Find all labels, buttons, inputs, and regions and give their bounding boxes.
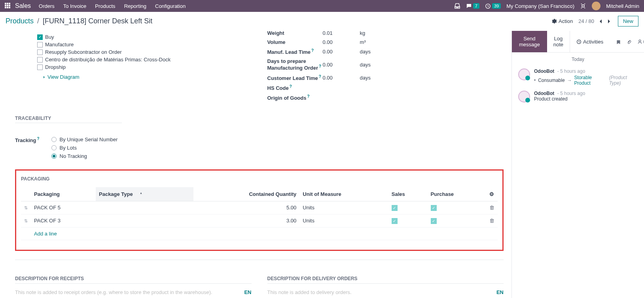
main-form: ✓Buy Manufacture Resupply Subcontractor … bbox=[0, 31, 511, 298]
new-button[interactable]: New bbox=[618, 16, 638, 27]
log-author[interactable]: OdooBot bbox=[534, 68, 554, 74]
traceability-title: TRACEABILITY bbox=[15, 116, 122, 123]
col-qty[interactable]: Contained Quantity bbox=[193, 187, 300, 201]
send-message-button[interactable]: Send message bbox=[512, 31, 547, 52]
user-name[interactable]: Mitchell Admin bbox=[606, 3, 639, 9]
svg-point-3 bbox=[639, 40, 641, 42]
table-row[interactable]: ⇅ PACK OF 3 3.00 Units ✓ ✓ 🗑 bbox=[21, 214, 498, 227]
chatter-panel: Send message Log note Activities 0 Follo… bbox=[511, 31, 644, 298]
packaging-section: PACKAGING Packaging Package Type˄ Contai… bbox=[15, 169, 504, 251]
pkg-uom: Units bbox=[299, 201, 388, 214]
volume-unit: m³ bbox=[360, 39, 366, 45]
menu-products[interactable]: Products bbox=[95, 3, 115, 9]
sales-checkbox[interactable]: ✓ bbox=[392, 218, 398, 224]
tracking-lots-label: By Lots bbox=[60, 145, 77, 151]
action-menu[interactable]: Action bbox=[552, 18, 573, 24]
weight-label: Weight bbox=[267, 31, 323, 36]
drag-handle-icon[interactable]: ⇅ bbox=[24, 205, 28, 210]
delete-row-icon[interactable]: 🗑 bbox=[489, 218, 494, 224]
pkg-qty[interactable]: 3.00 bbox=[193, 214, 300, 227]
pkg-name[interactable]: PACK OF 5 bbox=[31, 201, 96, 214]
days-prepare-label: Days to prepare Manufacturing Order? bbox=[267, 58, 323, 71]
main-menu: Orders To Invoice Products Reporting Con… bbox=[39, 3, 186, 9]
messages-badge: 7 bbox=[473, 3, 479, 9]
top-navbar: Sales Orders To Invoice Products Reporti… bbox=[0, 0, 644, 12]
log-time: - 5 hours ago bbox=[556, 91, 585, 96]
tray-icon[interactable] bbox=[454, 3, 460, 9]
delete-row-icon[interactable]: 🗑 bbox=[489, 205, 494, 211]
app-brand[interactable]: Sales bbox=[15, 2, 31, 9]
manuf-lead-label: Manuf. Lead Time? bbox=[267, 48, 323, 55]
lang-toggle[interactable]: EN bbox=[496, 289, 504, 295]
purchase-checkbox[interactable]: ✓ bbox=[431, 205, 437, 211]
customer-lead-label: Customer Lead Time? bbox=[267, 74, 323, 81]
log-note-button[interactable]: Log note bbox=[547, 31, 570, 52]
weight-unit: kg bbox=[360, 31, 366, 36]
col-purchase[interactable]: Purchase bbox=[428, 187, 486, 201]
attachment-icon[interactable] bbox=[627, 38, 632, 44]
log-text: Product created bbox=[534, 96, 585, 102]
messages-icon[interactable]: 7 bbox=[466, 3, 479, 9]
col-sales[interactable]: Sales bbox=[388, 187, 428, 201]
packaging-table: Packaging Package Type˄ Contained Quanti… bbox=[21, 187, 498, 240]
volume-value[interactable]: 0.00 bbox=[323, 39, 360, 45]
bookmark-icon[interactable] bbox=[616, 38, 621, 44]
purchase-checkbox[interactable]: ✓ bbox=[431, 218, 437, 224]
apps-icon[interactable] bbox=[5, 3, 11, 9]
menu-configuration[interactable]: Configuration bbox=[155, 3, 186, 9]
col-packaging[interactable]: Packaging bbox=[31, 187, 96, 201]
tracking-lots-radio[interactable] bbox=[51, 145, 57, 150]
change-old: Consumable bbox=[538, 78, 564, 83]
pkg-qty[interactable]: 5.00 bbox=[193, 201, 300, 214]
route-crossdock-checkbox[interactable] bbox=[37, 57, 43, 63]
desc-delivery-input[interactable]: This note is added to delivery orders. bbox=[267, 289, 496, 295]
lang-toggle[interactable]: EN bbox=[244, 289, 251, 295]
route-crossdock-label: Centro de distribuição de Matérias Prima… bbox=[45, 57, 170, 63]
sales-checkbox[interactable]: ✓ bbox=[392, 205, 398, 211]
route-manufacture-label: Manufacture bbox=[45, 42, 74, 47]
debug-icon[interactable] bbox=[580, 3, 586, 9]
breadcrumb-root[interactable]: Products bbox=[6, 17, 34, 25]
pager-prev[interactable] bbox=[597, 17, 604, 25]
manuf-lead-value[interactable]: 0.00 bbox=[323, 49, 360, 55]
route-dropship-checkbox[interactable] bbox=[37, 65, 43, 70]
log-time: - 5 hours ago bbox=[556, 68, 585, 74]
followers-count[interactable]: 0 bbox=[637, 39, 644, 45]
menu-reporting[interactable]: Reporting bbox=[124, 3, 146, 9]
change-field: (Product Type) bbox=[609, 75, 638, 86]
pager-next[interactable] bbox=[605, 17, 612, 25]
menu-to-invoice[interactable]: To Invoice bbox=[63, 3, 87, 9]
breadcrumb: Products / [FURN_1118] Corner Desk Left … bbox=[6, 17, 152, 25]
user-avatar[interactable] bbox=[592, 2, 600, 10]
drag-handle-icon[interactable]: ⇅ bbox=[24, 218, 28, 223]
weight-value[interactable]: 0.01 bbox=[323, 31, 360, 36]
route-buy-checkbox[interactable]: ✓ bbox=[37, 34, 43, 40]
route-resupply-checkbox[interactable] bbox=[37, 49, 43, 55]
menu-orders[interactable]: Orders bbox=[39, 3, 55, 9]
col-package-type[interactable]: Package Type˄ bbox=[96, 187, 193, 201]
tracking-none-radio[interactable] bbox=[51, 154, 57, 159]
company-name[interactable]: My Company (San Francisco) bbox=[506, 3, 574, 9]
log-entry: OdooBot - 5 hours ago •Consumable→Storab… bbox=[512, 66, 644, 88]
col-uom[interactable]: Unit of Measure bbox=[299, 187, 388, 201]
table-row[interactable]: ⇅ PACK OF 5 5.00 Units ✓ ✓ 🗑 bbox=[21, 201, 498, 214]
log-author[interactable]: OdooBot bbox=[534, 91, 554, 96]
table-settings-icon[interactable]: ⚙ bbox=[489, 191, 494, 197]
pager-count[interactable]: 24 / 80 bbox=[578, 18, 594, 24]
days-prepare-value[interactable]: 0.00 bbox=[323, 62, 360, 68]
tracking-serial-label: By Unique Serial Number bbox=[60, 137, 118, 142]
add-line-link[interactable]: Add a line bbox=[34, 228, 60, 240]
view-diagram-link[interactable]: View Diagram bbox=[41, 74, 80, 80]
pkg-uom: Units bbox=[299, 214, 388, 227]
activities-button[interactable]: Activities bbox=[570, 31, 610, 52]
desc-receipts-input[interactable]: This note is added to receipt orders (e.… bbox=[15, 289, 244, 295]
customer-lead-value[interactable]: 0.00 bbox=[323, 75, 360, 81]
activities-icon[interactable]: 39 bbox=[485, 3, 501, 9]
pkg-name[interactable]: PACK OF 3 bbox=[31, 214, 96, 227]
bot-avatar-icon bbox=[518, 91, 530, 102]
route-manufacture-checkbox[interactable] bbox=[37, 42, 43, 47]
tracking-label: Tracking? bbox=[15, 134, 40, 161]
tracking-none-label: No Tracking bbox=[60, 153, 87, 159]
tracking-serial-radio[interactable] bbox=[51, 137, 57, 142]
pager: 24 / 80 bbox=[578, 17, 612, 25]
